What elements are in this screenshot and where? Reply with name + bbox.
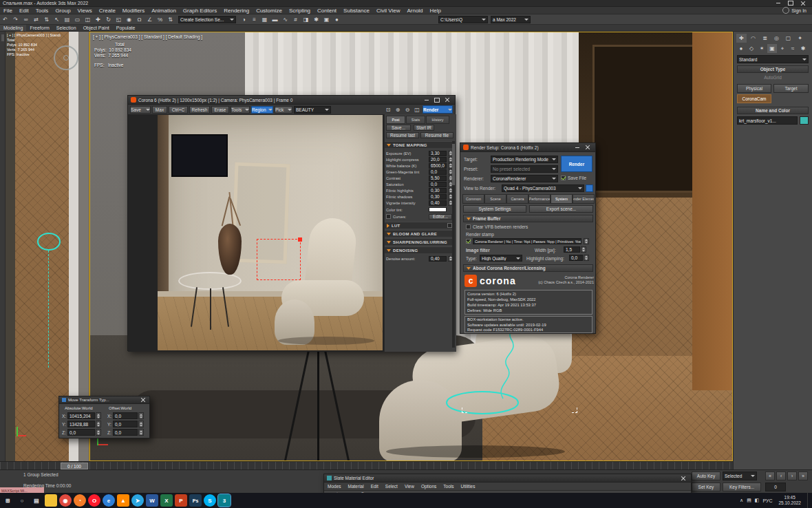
material-editor-close-button[interactable]: [678, 474, 688, 482]
contrast-field[interactable]: 5,50: [429, 176, 447, 181]
auto-key-button[interactable]: Auto Key: [692, 472, 720, 480]
go-to-start-button[interactable]: «: [765, 472, 775, 480]
select-and-rotate-icon[interactable]: ↻: [103, 15, 114, 24]
compare-icon[interactable]: ◫: [413, 105, 421, 114]
preset-dropdown[interactable]: No preset selected: [491, 165, 558, 173]
vfb-save-image-button[interactable]: Save...: [386, 125, 411, 131]
sharpening-section[interactable]: SHARPENING/BLURRING: [385, 238, 454, 245]
select-object-icon[interactable]: ↖: [52, 15, 62, 24]
vfb-resume-last-button[interactable]: Resume last: [386, 132, 419, 138]
white-balance-field[interactable]: 6500,0: [429, 163, 447, 169]
select-and-move-icon[interactable]: ✚: [93, 15, 103, 24]
current-frame-field[interactable]: 0: [765, 483, 786, 491]
named-selection-set-combo[interactable]: Create Selection Se...: [178, 16, 236, 23]
vfb-refresh-button[interactable]: Refresh: [189, 106, 210, 114]
lut-checkbox[interactable]: [447, 223, 452, 228]
select-and-scale-icon[interactable]: ◱: [114, 15, 124, 24]
vfb-channel-dropdown[interactable]: BEAUTY: [294, 106, 331, 114]
filmic-shadows-field[interactable]: 0,30: [429, 194, 447, 200]
select-by-name-icon[interactable]: ▤: [62, 15, 72, 24]
select-and-link-icon[interactable]: ∞: [21, 15, 31, 24]
sign-in-button[interactable]: Sign In: [782, 7, 812, 14]
spinner[interactable]: [138, 429, 144, 436]
tab-scene[interactable]: Scene: [484, 194, 506, 204]
key-filters-button[interactable]: Key Filters...: [723, 483, 761, 491]
vfb-pick-button[interactable]: Pick: [275, 106, 292, 114]
menu-tools[interactable]: Tools: [32, 7, 52, 14]
menu-group[interactable]: Group: [52, 7, 74, 14]
absolute-x-field[interactable]: 10415,204: [67, 412, 95, 419]
vfb-panel-scrollbar[interactable]: [452, 141, 455, 348]
target-dropdown[interactable]: Production Rendering Mode: [491, 156, 558, 163]
vfb-start-ir-button[interactable]: Start IR: [414, 125, 434, 131]
start-button[interactable]: ⊞: [1, 494, 14, 507]
menu-create[interactable]: Create: [96, 7, 119, 14]
region-handle[interactable]: [298, 237, 302, 242]
scene-explorer-icon[interactable]: ▦: [259, 15, 270, 24]
menu-animation[interactable]: Animation: [148, 7, 180, 14]
edge-icon[interactable]: e: [103, 494, 115, 507]
workspace-combo[interactable]: a Max 2022: [491, 16, 531, 23]
bind-to-space-warp-icon[interactable]: ⇅: [41, 15, 52, 24]
object-type-rollout[interactable]: Object Type: [737, 65, 809, 73]
3dsmax-icon[interactable]: 3: [218, 494, 231, 507]
firefox-icon[interactable]: ◔: [74, 494, 86, 507]
vfb-minimize-button[interactable]: [421, 96, 431, 104]
opera-icon[interactable]: O: [88, 494, 100, 507]
spinner[interactable]: [138, 412, 144, 419]
offset-y-field[interactable]: 0,0: [113, 421, 138, 427]
ribbon-tab-modeling[interactable]: Modeling: [0, 25, 26, 31]
timeline-track[interactable]: 0 / 100: [0, 461, 733, 469]
me-menu-tools[interactable]: Tools: [440, 483, 457, 490]
spinner[interactable]: [96, 421, 101, 427]
material-editor-icon[interactable]: ◨: [301, 15, 311, 24]
ribbon-tab-populate[interactable]: Populate: [113, 25, 139, 31]
vfb-close-button[interactable]: [442, 96, 452, 104]
systems-icon[interactable]: ✱: [798, 44, 808, 53]
render-setup-minimize-button[interactable]: [572, 143, 582, 151]
vfb-erase-button[interactable]: Erase: [211, 106, 229, 114]
camera-top-view-shape[interactable]: [37, 233, 61, 251]
render-setup-close-button[interactable]: [582, 143, 592, 151]
render-region-rect[interactable]: [257, 239, 301, 280]
excel-icon[interactable]: X: [160, 494, 173, 507]
utilities-tab-icon[interactable]: ✦: [795, 34, 805, 43]
tab-performance[interactable]: Performance: [528, 194, 551, 204]
denoise-amount-field[interactable]: 0,40: [429, 256, 447, 262]
bloom-glare-section[interactable]: BLOOM AND GLARE: [385, 230, 454, 237]
object-name-field[interactable]: krt_marsfloor_v1...: [737, 116, 798, 125]
render-stamp-field[interactable]: Corona Renderer | %c | Time: %pt | Passe…: [473, 238, 581, 244]
highlight-compress-field[interactable]: 20,0: [429, 157, 447, 162]
tray-volume-icon[interactable]: ◧: [755, 498, 760, 503]
rendered-frame-icon[interactable]: ▣: [321, 15, 332, 24]
display-tab-icon[interactable]: ▢: [783, 34, 793, 43]
mirror-icon[interactable]: ◑: [239, 15, 249, 24]
green-magenta-field[interactable]: 0,0: [429, 169, 447, 175]
tray-expand-icon[interactable]: ∧: [740, 498, 743, 503]
tab-system[interactable]: System: [551, 194, 573, 204]
menu-graph-editors[interactable]: Graph Editors: [180, 7, 220, 14]
menu-substance[interactable]: Substance: [340, 7, 373, 14]
task-view-button[interactable]: ▤: [30, 494, 43, 507]
cameras-icon[interactable]: ▣: [767, 44, 777, 53]
ribbon-tab-freeform[interactable]: Freeform: [26, 25, 52, 31]
render-button[interactable]: Render: [561, 156, 592, 172]
autogrid-checkbox[interactable]: AutoGrid: [737, 75, 809, 82]
lock-view-icon[interactable]: [586, 184, 593, 192]
menu-file[interactable]: File: [0, 7, 16, 14]
project-folder-combo[interactable]: C:\Users\Q: [438, 16, 488, 23]
render-setup-titlebar[interactable]: Render Setup: Corona 6 (Hotfix 2): [460, 143, 595, 152]
transform-close-button[interactable]: [140, 396, 147, 403]
spinner[interactable]: [584, 255, 589, 261]
spinner[interactable]: [138, 421, 144, 427]
geometry-icon[interactable]: ●: [736, 44, 746, 53]
photoshop-icon[interactable]: Ps: [189, 494, 202, 507]
redo-icon[interactable]: ↷: [10, 15, 21, 24]
color-tint-swatch[interactable]: [429, 207, 447, 212]
explorer-icon[interactable]: [45, 494, 57, 507]
material-editor-titlebar[interactable]: Slate Material Editor: [324, 474, 691, 483]
offset-z-field[interactable]: 0,0: [113, 429, 138, 436]
prev-frame-button[interactable]: ‹: [776, 472, 786, 480]
transform-titlebar[interactable]: Move Transform Typ...: [59, 396, 149, 404]
create-tab-icon[interactable]: ✚: [736, 34, 747, 43]
